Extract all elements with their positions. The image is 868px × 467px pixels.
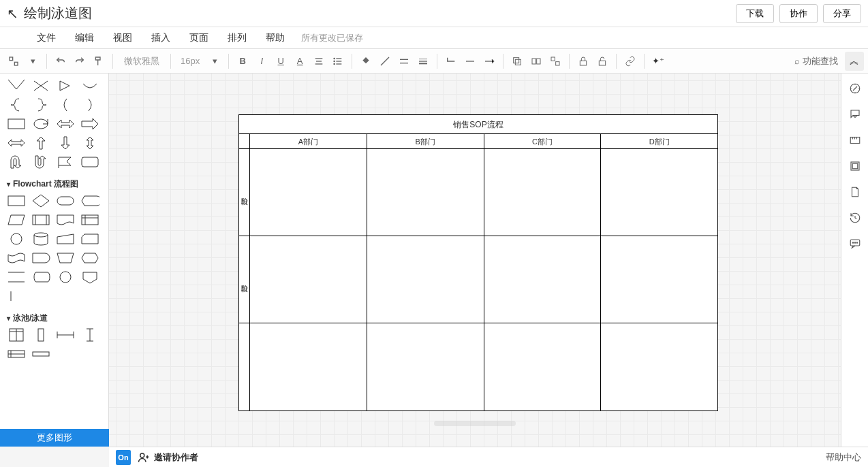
shape-fc-manual-op[interactable] bbox=[55, 250, 76, 266]
font-size-select[interactable]: 16px bbox=[175, 56, 205, 66]
shape-fc-collate[interactable] bbox=[5, 269, 27, 285]
menu-file[interactable]: 文件 bbox=[27, 28, 65, 48]
swimlane-row-2-label[interactable]: 阶段 bbox=[239, 236, 250, 323]
swimlane-cell[interactable] bbox=[601, 236, 717, 323]
shape-fc-document[interactable] bbox=[55, 212, 76, 228]
menu-insert[interactable]: 插入 bbox=[142, 28, 180, 48]
fill-color-icon[interactable] bbox=[356, 52, 375, 71]
shape-fc-delay[interactable] bbox=[30, 250, 52, 266]
format-painter-icon[interactable] bbox=[89, 52, 108, 71]
magic-icon[interactable]: ✦⁺ bbox=[649, 52, 668, 71]
swimlane-col-a[interactable]: A部门 bbox=[250, 134, 367, 148]
more-shapes-button[interactable]: 更多图形 bbox=[0, 429, 109, 447]
zoom-dropdown-icon[interactable]: ▾ bbox=[23, 52, 42, 71]
shape-fc-stored[interactable] bbox=[30, 269, 52, 285]
line-width-icon[interactable] bbox=[414, 52, 433, 71]
swimlane-diagram[interactable]: 销售SOP流程 A部门 B部门 C部门 D部门 阶段 阶段 bbox=[238, 114, 718, 411]
shape-fc-offpage[interactable] bbox=[79, 269, 101, 285]
layers-icon[interactable] bbox=[847, 158, 863, 174]
canvas[interactable]: 销售SOP流程 A部门 B部门 C部门 D部门 阶段 阶段 bbox=[109, 74, 841, 447]
swimlane-col-d[interactable]: D部门 bbox=[601, 134, 717, 148]
shape-brace-right[interactable] bbox=[30, 97, 52, 113]
line-end-icon[interactable] bbox=[480, 52, 499, 71]
shape-fc-process[interactable] bbox=[5, 193, 27, 209]
shape-fc-terminator[interactable] bbox=[55, 193, 76, 209]
swimlane-cell[interactable] bbox=[250, 149, 367, 236]
help-center[interactable]: 帮助中心 bbox=[826, 451, 861, 464]
ruler-icon[interactable] bbox=[847, 132, 863, 148]
redo-icon[interactable] bbox=[70, 52, 89, 71]
download-button[interactable]: 下载 bbox=[736, 4, 774, 23]
shape-arrow-bidir-horiz[interactable] bbox=[5, 135, 27, 151]
swimlane-col-b[interactable]: B部门 bbox=[367, 134, 484, 148]
compass-icon[interactable] bbox=[847, 80, 863, 97]
shape-lane-vert[interactable] bbox=[30, 327, 52, 343]
swimlane-cell[interactable] bbox=[250, 236, 367, 323]
menu-help[interactable]: 帮助 bbox=[256, 28, 294, 48]
shape-fc-card[interactable] bbox=[79, 231, 101, 247]
shape-fc-predefined[interactable] bbox=[30, 212, 52, 228]
italic-icon[interactable]: I bbox=[252, 52, 271, 71]
shape-fc-data[interactable] bbox=[5, 212, 27, 228]
shape-brace-left[interactable] bbox=[5, 97, 27, 113]
function-search[interactable]: ⌕ 功能查找 bbox=[794, 55, 838, 67]
swimlane-cell[interactable] bbox=[484, 323, 602, 410]
shape-lane-sep-vert[interactable] bbox=[79, 327, 101, 343]
swimlane-col-c[interactable]: C部门 bbox=[484, 134, 602, 148]
swimlane-cell[interactable] bbox=[250, 323, 367, 410]
connector-type-icon[interactable] bbox=[441, 52, 461, 71]
underline-icon[interactable]: U bbox=[271, 52, 290, 71]
shape-arrow-bidir-vert[interactable] bbox=[79, 135, 101, 151]
share-button[interactable]: 分享 bbox=[823, 4, 861, 23]
shape-paren-left[interactable] bbox=[55, 97, 76, 113]
shape-pool-horiz[interactable] bbox=[5, 346, 27, 362]
undo-icon[interactable] bbox=[51, 52, 70, 71]
feedback-icon[interactable] bbox=[847, 106, 863, 123]
horizontal-scrollbar[interactable] bbox=[434, 421, 516, 426]
menu-edit[interactable]: 编辑 bbox=[65, 28, 104, 48]
shape-uturn-up[interactable] bbox=[30, 154, 52, 170]
shape-fc-decision[interactable] bbox=[30, 193, 52, 209]
shape-triangle-down[interactable] bbox=[5, 78, 27, 94]
swimlane-cell[interactable] bbox=[367, 323, 484, 410]
collapse-toolbar-icon[interactable]: ︽ bbox=[845, 52, 864, 71]
swimlane-cell[interactable] bbox=[367, 149, 484, 236]
swimlane-row-3-label[interactable] bbox=[239, 323, 250, 410]
shape-fc-connector[interactable] bbox=[5, 231, 27, 247]
shape-rect[interactable] bbox=[5, 116, 27, 132]
shape-lane-sep-horiz[interactable] bbox=[55, 327, 76, 343]
shape-fc-database[interactable] bbox=[30, 231, 52, 247]
swimlane-cell[interactable] bbox=[367, 236, 484, 323]
document-title[interactable]: 绘制泳道图 bbox=[24, 4, 92, 22]
swimlane-row-1-label[interactable]: 阶段 bbox=[239, 149, 250, 236]
align-objects-icon[interactable] bbox=[527, 52, 546, 71]
unlock-icon[interactable] bbox=[593, 52, 612, 71]
line-color-icon[interactable] bbox=[375, 52, 394, 71]
font-family-select[interactable]: 微软雅黑 bbox=[117, 55, 166, 67]
align-icon[interactable] bbox=[309, 52, 328, 71]
line-style-icon[interactable] bbox=[394, 52, 414, 71]
invite-collaborator[interactable]: 邀请协作者 bbox=[138, 451, 198, 464]
shape-fc-or[interactable] bbox=[55, 269, 76, 285]
swimlane-cell[interactable] bbox=[601, 149, 717, 236]
link-icon[interactable] bbox=[621, 52, 640, 71]
bring-front-icon[interactable] bbox=[508, 52, 527, 71]
shape-pool-vert[interactable] bbox=[5, 327, 27, 343]
back-arrow-icon[interactable]: ↖ bbox=[7, 5, 18, 22]
shape-arrow-leftright[interactable] bbox=[55, 116, 76, 132]
swimlane-cell[interactable] bbox=[601, 323, 717, 410]
shape-laugh[interactable] bbox=[79, 78, 101, 94]
swimlane-title[interactable]: 销售SOP流程 bbox=[239, 115, 717, 134]
section-flowchart[interactable]: Flowchart 流程图 bbox=[5, 173, 103, 193]
shape-uturn-down[interactable] bbox=[5, 154, 27, 170]
shape-paren-right[interactable] bbox=[79, 97, 101, 113]
font-color-icon[interactable]: A bbox=[290, 52, 309, 71]
shape-arrow-down[interactable] bbox=[55, 135, 76, 151]
shape-fc-tape[interactable] bbox=[5, 250, 27, 266]
menu-arrange[interactable]: 排列 bbox=[218, 28, 256, 48]
presence-badge[interactable]: On bbox=[116, 450, 131, 465]
shape-lane-horiz[interactable] bbox=[30, 346, 52, 362]
swimlane-cell[interactable] bbox=[484, 236, 602, 323]
shape-fc-preparation[interactable] bbox=[79, 250, 101, 266]
shape-fc-manual-input[interactable] bbox=[55, 231, 76, 247]
